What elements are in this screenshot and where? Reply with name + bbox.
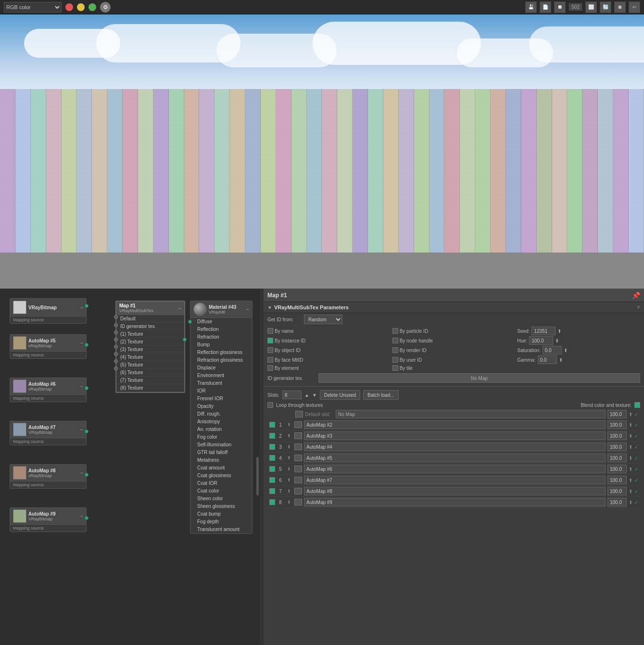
material-item[interactable]: Coat color [190, 487, 252, 495]
slot-pct-input[interactable] [607, 454, 627, 462]
by-node-handle-check[interactable]: By node handle [392, 338, 516, 343]
by-particle-id-check[interactable]: By particle ID [392, 328, 516, 334]
slot-checkbox[interactable] [269, 466, 275, 472]
node-minus-btn[interactable]: − [80, 383, 83, 389]
material-item[interactable]: Fog color [190, 433, 252, 441]
material-item[interactable]: Coat bump [190, 510, 252, 518]
by-object-id-check[interactable]: By object ID [267, 347, 391, 353]
slot-verify-icon[interactable]: ✓ [634, 467, 638, 472]
get-id-select[interactable]: Random [304, 315, 342, 324]
blend-checkbox[interactable] [634, 402, 640, 408]
slot-checkbox[interactable] [269, 444, 275, 450]
by-user-checkbox[interactable] [392, 357, 398, 363]
slot-color-swatch[interactable] [294, 499, 302, 506]
slot-color-swatch[interactable] [294, 443, 302, 450]
material-item[interactable]: Metalness [190, 456, 252, 464]
slot-pct-input[interactable] [607, 487, 627, 495]
map-dropdown-item[interactable]: (8) Texture [116, 384, 184, 392]
material-node-minus-btn[interactable]: − [246, 306, 249, 312]
slot-color-swatch[interactable] [294, 421, 302, 428]
material-item[interactable]: Coat IOR [190, 480, 252, 487]
by-user-id-check[interactable]: By user ID [392, 357, 516, 363]
map-dropdown-item[interactable]: (5) Texture [116, 361, 184, 369]
material-item[interactable]: Diff. rough. [190, 410, 252, 418]
slot-checkbox[interactable] [269, 455, 275, 461]
map-node-minus-btn[interactable]: − [178, 305, 181, 311]
map-dropdown-item[interactable]: (2) Texture [116, 338, 184, 346]
viewport-icon[interactable]: ⬜ [585, 1, 597, 13]
map-dropdown-item[interactable]: (6) Texture [116, 369, 184, 377]
delete-unused-button[interactable]: Delete Unused [320, 390, 360, 400]
panel-divider[interactable] [260, 289, 264, 645]
default-slot-map-btn[interactable]: No Map [336, 410, 606, 418]
slot-arrows[interactable]: ⬆ [286, 455, 292, 460]
slot-verify-icon[interactable]: ✓ [634, 489, 638, 494]
slots-spinner-down[interactable]: ▼ [312, 392, 317, 398]
by-render-id-check[interactable]: By render ID [392, 347, 516, 353]
slot-map-button[interactable]: AutoMap #6 [304, 465, 606, 473]
loop-checkbox[interactable] [267, 402, 273, 408]
slot-arrows[interactable]: ⬆ [286, 478, 292, 482]
slot-map-button[interactable]: AutoMap #3 [304, 431, 606, 440]
node-minus-btn[interactable]: − [80, 427, 83, 432]
material-item[interactable]: Refraction [190, 333, 252, 341]
by-face-checkbox[interactable] [267, 357, 273, 363]
seed-input[interactable] [531, 327, 556, 335]
material-item[interactable]: Reflection [190, 326, 252, 333]
gamma-input[interactable] [538, 355, 557, 364]
slot-pct-input[interactable] [607, 498, 627, 506]
by-particle-checkbox[interactable] [392, 328, 398, 334]
slot-spin-icon[interactable]: ⬆ [629, 444, 632, 450]
slot-verify-icon[interactable]: ✓ [634, 500, 638, 505]
slot-map-button[interactable]: AutoMap #9 [304, 498, 606, 506]
default-slot-pct[interactable] [607, 410, 627, 418]
slot-arrows[interactable]: ⬆ [286, 433, 292, 438]
map-dropdown-item[interactable]: ID generator tex. [116, 323, 184, 330]
map-dropdown-item[interactable]: (1) Texture [116, 330, 184, 338]
by-name-checkbox[interactable] [267, 328, 273, 334]
slots-input[interactable] [282, 391, 302, 399]
slot-verify-icon[interactable]: ✓ [634, 422, 638, 428]
material-item[interactable]: An. rotation [190, 426, 252, 433]
new-icon[interactable]: 📄 [540, 1, 551, 13]
close-button[interactable] [65, 3, 73, 11]
section-close-icon[interactable]: × [637, 304, 640, 311]
slot-checkbox[interactable] [269, 499, 275, 505]
settings-button[interactable]: ⚙ [100, 2, 111, 13]
slot-map-button[interactable]: AutoMap #4 [304, 443, 606, 451]
slot-map-button[interactable]: AutoMap #8 [304, 487, 606, 495]
render-icon[interactable]: 🔲 [554, 1, 566, 13]
map-dropdown-item[interactable]: (4) Texture [116, 354, 184, 361]
slot-checkbox[interactable] [269, 477, 275, 483]
material-item[interactable]: Translucent [190, 379, 252, 387]
material-item[interactable]: Self-Illumination [190, 441, 252, 449]
slot-checkbox[interactable] [269, 488, 275, 494]
hue-input[interactable] [529, 336, 553, 345]
slot-map-button[interactable]: AutoMap #7 [304, 476, 606, 484]
material-item[interactable]: Diffuse [190, 318, 252, 326]
node-minus-btn[interactable]: − [80, 304, 83, 310]
slot-verify-icon[interactable]: ✓ [634, 444, 638, 450]
map-dropdown-item[interactable]: (7) Texture [116, 377, 184, 384]
slot-verify-icon[interactable]: ✓ [634, 433, 638, 439]
material-item[interactable]: IOR [190, 387, 252, 395]
default-slot-check[interactable]: ✓ [634, 412, 638, 417]
slot-spin-icon[interactable]: ⬆ [629, 478, 632, 483]
material-item[interactable]: Displace [190, 364, 252, 372]
slot-pct-input[interactable] [607, 476, 627, 484]
material-item[interactable]: GTR tail falloff [190, 449, 252, 456]
undo-icon[interactable]: ↩ [629, 1, 640, 13]
slot-map-button[interactable]: AutoMap #5 [304, 454, 606, 462]
stop-icon[interactable]: ⏹ [614, 1, 626, 13]
node-minus-btn[interactable]: − [80, 513, 83, 519]
material-item[interactable]: Fog depth [190, 518, 252, 526]
maximize-button[interactable] [88, 3, 96, 11]
saturation-input[interactable] [543, 346, 562, 354]
map-dropdown-item[interactable]: (3) Texture [116, 346, 184, 354]
material-item[interactable]: Coat amount [190, 464, 252, 472]
slot-arrows[interactable]: ⬆ [286, 444, 292, 449]
slot-spin-icon[interactable]: ⬆ [629, 500, 632, 505]
slot-arrows[interactable]: ⬆ [286, 500, 292, 505]
slot-color-swatch[interactable] [294, 477, 302, 483]
slot-color-swatch[interactable] [294, 488, 302, 494]
